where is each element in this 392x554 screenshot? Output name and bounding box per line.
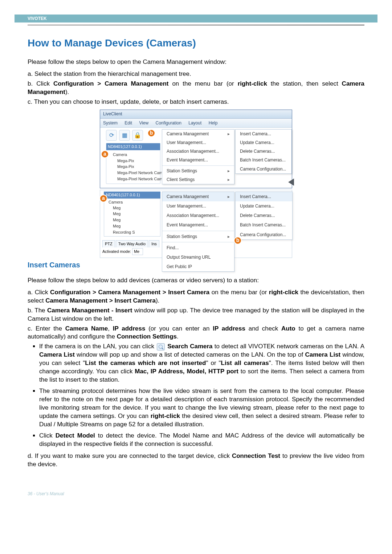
menu-item-association-management[interactable]: Association Management... [162, 147, 234, 156]
menu-bar: System Edit View Configuration Layout He… [100, 119, 292, 128]
tree-cam-item[interactable]: Meg [106, 217, 159, 223]
sub-batch-insert[interactable]: Batch Insert Cameras... [236, 220, 292, 230]
ctx-camera-management[interactable]: Camera Management▸ [162, 192, 234, 201]
page-title: How to Manage Devices (Cameras) [28, 36, 364, 50]
menu-item-camera-management[interactable]: Camera Management▸ [162, 130, 234, 138]
tab-ins[interactable]: Ins [149, 240, 159, 247]
page-footer: 36 - User's Manual [0, 485, 392, 518]
camera-management-submenu: Insert Camera... Update Camera... Delete… [235, 129, 292, 174]
screenshot-context-menu: ND8401(127.0.0.1) Camera Meg Meg Meg Meg… [100, 190, 292, 258]
configuration-dropdown: Camera Management▸ User Management... As… [162, 129, 234, 184]
sec2-step-d: d. If you want to make sure you are conn… [28, 452, 364, 469]
tab-ptz[interactable]: PTZ [102, 240, 115, 247]
tree-cam-item[interactable]: Meg [106, 205, 159, 211]
callout-a: a [101, 150, 109, 158]
bullet-streaming-protocol: The streaming protocol determines how th… [39, 387, 364, 429]
menu-help[interactable]: Help [209, 120, 218, 126]
tree-cam-item[interactable]: Mega-Pix [109, 164, 158, 170]
ctx-user-management[interactable]: User Management... [162, 201, 234, 211]
sec2-step-b: b. The Camera Management - Insert window… [28, 307, 364, 323]
ctx-association-management[interactable]: Association Management... [162, 211, 234, 220]
window-titlebar: LiveClient [100, 110, 292, 118]
callout-b: b [147, 129, 155, 137]
menu-edit[interactable]: Edit [124, 120, 132, 126]
tree-cam-item[interactable]: Meg [106, 211, 159, 217]
sub-insert-camera[interactable]: Insert Camera... [236, 192, 292, 201]
menu-item-user-management[interactable]: User Management... [162, 138, 234, 147]
brand-text: VIVOTEK [15, 16, 47, 21]
sub-delete-cameras[interactable]: Delete Cameras... [236, 211, 292, 220]
tree-station[interactable]: ND8401(127.0.0.1) [106, 143, 160, 150]
menu-configuration[interactable]: Configuration [156, 120, 181, 126]
context-menu: Camera Management▸ User Management... As… [162, 192, 234, 272]
submenu-camera-config[interactable]: Camera Configuration... [236, 165, 291, 173]
insert-intro: Please follow the steps below to add dev… [28, 276, 364, 285]
submenu-delete-cameras[interactable]: Delete Cameras... [236, 147, 291, 156]
menu-view[interactable]: View [139, 120, 148, 126]
step-b: b. Click Configuration > Camera Manageme… [28, 80, 364, 97]
tree-cam-item[interactable]: Mega-Pixel Network Camera(19 [109, 170, 158, 176]
pointer-arrow-icon [288, 178, 294, 186]
context-submenu: Insert Camera... Update Camera... Delete… [235, 192, 293, 240]
window-title: LiveClient [103, 111, 122, 116]
step-c: c. Then you can choose to insert, update… [28, 98, 364, 106]
submenu-update-camera[interactable]: Update Camera... [236, 138, 291, 147]
tree-cam-item[interactable]: Mega-Pix [109, 158, 158, 164]
tree-camera-folder[interactable]: Camera Meg Meg Meg Meg Recording S [104, 198, 160, 237]
lock-icon[interactable]: 🔒 [132, 130, 143, 141]
tree-station[interactable]: ND8401(127.0.0.1) [104, 192, 160, 198]
submenu-insert-camera[interactable]: Insert Camera... [236, 130, 291, 138]
device-tree: ND8401(127.0.0.1) Camera Mega-Pix Mega-P… [106, 143, 160, 184]
menu-item-station-settings[interactable]: Station Settings▸ [162, 167, 234, 175]
activated-mode-value[interactable]: Me [132, 248, 143, 255]
ctx-station-settings[interactable]: Station Settings▸ [162, 232, 234, 241]
activated-mode-row: Activated mode: Me [102, 248, 143, 255]
header-rule [28, 25, 364, 25]
layout-icon[interactable]: ▦ [119, 130, 130, 141]
sub-update-camera[interactable]: Update Camera... [236, 201, 292, 211]
ctx-get-public-ip[interactable]: Get Public IP [162, 262, 234, 271]
ctx-find[interactable]: Find... [162, 243, 234, 253]
intro-text: Please follow the steps below to open th… [28, 58, 364, 66]
submenu-batch-insert[interactable]: Batch Insert Cameras... [236, 156, 291, 164]
tree-camera-folder[interactable]: Camera [109, 152, 158, 158]
step-a: a. Select the station from the hierarchi… [28, 70, 364, 78]
header-band: VIVOTEK [15, 15, 377, 22]
search-icon [157, 343, 165, 350]
menu-layout[interactable]: Layout [188, 120, 201, 126]
ctx-output-streaming-url[interactable]: Output Streaming URL [162, 253, 234, 262]
callout-a: a [99, 194, 107, 202]
bullet-detect-model: Click Detect Model to detect the device.… [39, 432, 364, 448]
sec2-step-a: a. Click Configuration > Camera Manageme… [28, 288, 364, 305]
callout-b: b [234, 237, 242, 245]
tree-cam-item[interactable]: Meg [106, 223, 159, 229]
activated-mode-label: Activated mode: [102, 249, 131, 254]
menu-item-event-management[interactable]: Event Management... [162, 156, 234, 164]
ctx-event-management[interactable]: Event Management... [162, 220, 234, 230]
sec2-step-c: c. Enter the Camera Name, IP address (or… [28, 325, 364, 341]
bullet-search-camera: If the camera is on the LAN, you can cli… [39, 342, 364, 384]
tab-two-way-audio[interactable]: Two Way Audio [116, 240, 148, 247]
menu-system[interactable]: System [103, 120, 118, 126]
menu-item-client-settings[interactable]: Client Settings▸ [162, 175, 234, 184]
tree-recording-item[interactable]: Recording S [106, 229, 159, 235]
sub-camera-config[interactable]: Camera Configuration... [236, 230, 292, 239]
screenshot-liveclient: LiveClient System Edit View Configuratio… [100, 110, 292, 188]
power-icon[interactable]: ⟳ [106, 130, 117, 141]
tree-cam-item[interactable]: Mega-Pixel Network Camera(19 [109, 176, 158, 182]
bottom-tabs: PTZ Two Way Audio Ins [102, 240, 159, 247]
